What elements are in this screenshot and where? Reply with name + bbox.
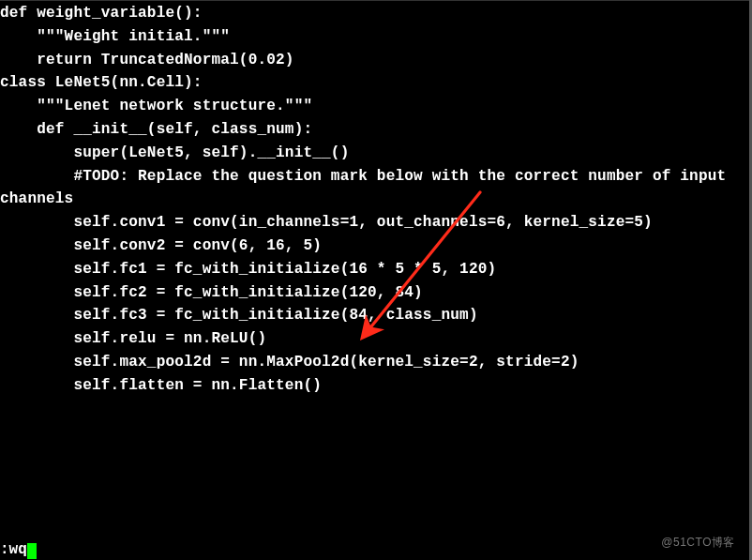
- code-line: #TODO: Replace the question mark below w…: [0, 165, 752, 189]
- code-line: super(LeNet5, self).__init__(): [0, 142, 752, 165]
- code-line: self.fc2 = fc_with_initialize(120, 84): [0, 281, 752, 305]
- code-line: self.max_pool2d = nn.MaxPool2d(kernel_si…: [0, 351, 752, 374]
- code-line: channels: [0, 188, 752, 211]
- terminal-viewport[interactable]: def weight_variable(): """Weight initial…: [0, 0, 752, 560]
- cursor: [27, 543, 37, 559]
- watermark: @51CTO博客: [661, 535, 735, 551]
- code-line: self.conv2 = conv(6, 16, 5): [0, 235, 752, 258]
- code-line: self.relu = nn.ReLU(): [0, 327, 752, 351]
- vim-command-text: :wq: [0, 541, 27, 559]
- code-line: self.flatten = nn.Flatten(): [0, 374, 752, 398]
- code-line: def __init__(self, class_num):: [0, 118, 752, 142]
- code-line: class LeNet5(nn.Cell):: [0, 71, 752, 95]
- code-line: return TruncatedNormal(0.02): [0, 49, 752, 72]
- code-line: def weight_variable():: [0, 2, 752, 25]
- vim-command-bar[interactable]: :wq: [0, 541, 752, 560]
- code-block: def weight_variable(): """Weight initial…: [0, 2, 752, 398]
- code-line: self.conv1 = conv(in_channels=1, out_cha…: [0, 211, 752, 235]
- code-line: self.fc1 = fc_with_initialize(16 * 5 * 5…: [0, 258, 752, 281]
- code-line: """Weight initial.""": [0, 25, 752, 49]
- code-line: """Lenet network structure.""": [0, 95, 752, 118]
- code-line: self.fc3 = fc_with_initialize(84, class_…: [0, 304, 752, 327]
